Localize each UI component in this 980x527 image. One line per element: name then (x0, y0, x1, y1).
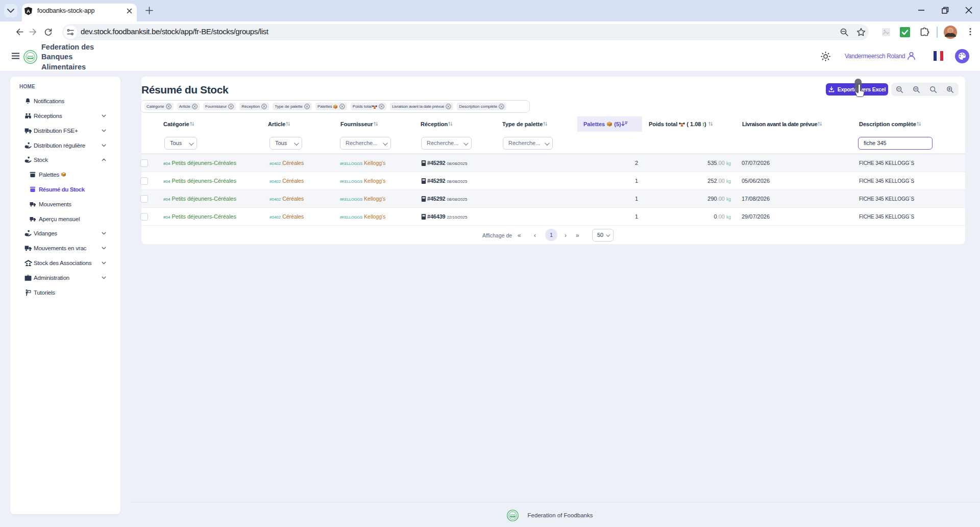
svg-text:A: A (27, 8, 30, 14)
